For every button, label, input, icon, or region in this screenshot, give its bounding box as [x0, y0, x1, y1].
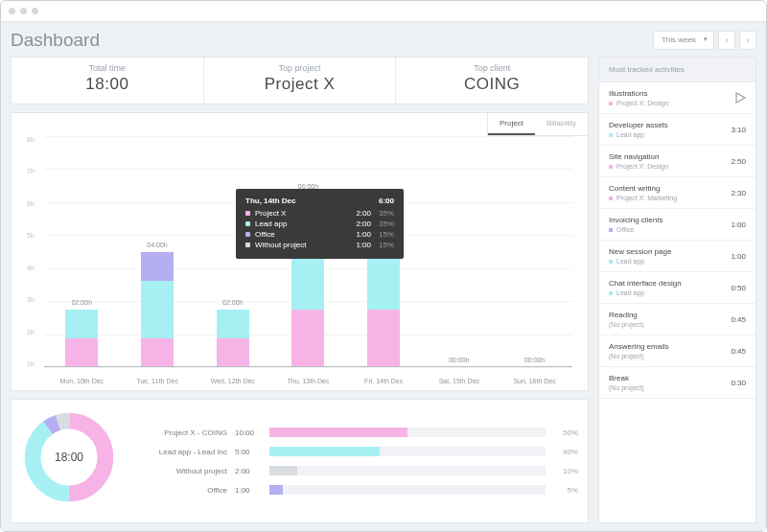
tooltip-row: Office1:0015% [245, 230, 394, 239]
breakdown-row: Without project2:0010% [136, 466, 578, 475]
activity-subtitle: Project X: Design [609, 163, 668, 170]
activity-title: Illustrations [609, 89, 668, 98]
window-dot [9, 8, 15, 14]
bar-segment [65, 338, 98, 367]
activity-row[interactable]: IllustrationsProject X: Design [599, 82, 755, 114]
bar-segment [217, 338, 249, 367]
activity-title: Site navigation [609, 152, 668, 161]
prev-button[interactable]: ‹ [718, 31, 735, 50]
bar-chart-panel: Project Billability 8h7h6h5h4h3h2h1h 02:… [11, 112, 589, 391]
play-icon[interactable] [734, 92, 746, 104]
bar-column[interactable]: 02:00h [65, 136, 98, 367]
summary-value: Project X [204, 75, 396, 94]
bar-segment [141, 338, 174, 367]
activities-sidebar: Most tracked activities IllustrationsPro… [598, 57, 756, 523]
x-axis-label: Mon, 10th Dec [53, 378, 110, 384]
activity-row[interactable]: Chat interface designLead app0:50 [599, 272, 755, 304]
bar-value-label: 04:00h [128, 242, 186, 248]
bar-value-label: 02:00h [204, 299, 262, 306]
activity-time: 0:45 [731, 347, 746, 356]
bar-segment [65, 310, 98, 338]
bar-segment [291, 252, 324, 310]
activity-title: Content writing [609, 184, 677, 193]
activity-time: 0:45 [731, 315, 746, 324]
activity-row[interactable]: Site navigationProject X: Design2:50 [599, 146, 755, 177]
next-button[interactable]: › [739, 31, 756, 50]
donut-chart: 18:00 [21, 409, 117, 505]
period-select[interactable]: This week [653, 31, 714, 50]
x-axis-label: Fri, 14th Dec [355, 378, 412, 384]
activity-title: Developer assets [609, 121, 668, 129]
x-axis-label: Tue, 11th Dec [128, 378, 186, 384]
activity-time: 2:50 [731, 157, 746, 166]
bar-segment [367, 310, 400, 367]
donut-center-value: 18:00 [55, 451, 83, 464]
activity-subtitle: (No project) [609, 353, 669, 359]
activity-title: Answering emails [609, 342, 669, 351]
activity-subtitle: (No project) [609, 321, 644, 328]
activity-subtitle: Lead app [609, 289, 682, 296]
activity-subtitle: Project X: Design [609, 100, 668, 106]
breakdown-row: Lead app - Lead Inc5:0040% [136, 447, 578, 456]
tooltip-total: 6:00 [379, 197, 394, 205]
window-dot [32, 8, 38, 14]
x-axis-label: Thu, 13th Dec [279, 378, 337, 384]
tab-project[interactable]: Project [488, 113, 535, 135]
bar-segment [291, 310, 324, 367]
activity-time: 3:10 [731, 126, 746, 134]
summary-bar: Total time 18:00 Top project Project X T… [11, 57, 589, 104]
breakdown-panel: 18:00 Project X - COING10:0050%Lead app … [11, 399, 589, 523]
activity-subtitle: Office [609, 226, 662, 233]
summary-label: Total time [12, 63, 203, 73]
breakdown-row: Office1:005% [136, 485, 578, 495]
bar-value-label: 00:00h [430, 357, 488, 363]
sidebar-header: Most tracked activities [599, 58, 755, 82]
summary-top-client: Top client COING [396, 58, 588, 104]
activity-row[interactable]: Answering emails(No project)0:45 [599, 335, 755, 367]
activity-title: Invoicing clients [609, 216, 662, 224]
bar-column[interactable]: 00:00h [519, 136, 551, 367]
summary-value: 18:00 [12, 75, 203, 94]
bar-segment [367, 252, 400, 310]
bar-column[interactable]: 00:00h [443, 136, 476, 367]
x-axis-label: Sat, 15th Dec [430, 378, 488, 384]
activity-row[interactable]: Invoicing clientsOffice1:00 [599, 209, 755, 241]
tab-billability[interactable]: Billability [535, 113, 588, 135]
summary-total-time: Total time 18:00 [12, 58, 204, 104]
summary-top-project: Top project Project X [204, 58, 397, 104]
activity-subtitle: Project X: Marketing [609, 195, 677, 201]
chart-tooltip: Thu, 14th Dec 6:00 Project X2:0035%Lead … [236, 189, 404, 259]
activity-row[interactable]: Reading(No project)0:45 [599, 304, 755, 335]
activity-time: 1:00 [731, 252, 746, 261]
activity-time: 0:50 [731, 284, 746, 292]
x-axis-label: Sun, 16th Dec [506, 378, 564, 384]
window-dot [20, 8, 27, 14]
activity-subtitle: Lead app [609, 131, 668, 138]
activity-row[interactable]: Content writingProject X: Marketing2:30 [599, 177, 755, 209]
activity-row[interactable]: New session pageLead app1:00 [599, 241, 755, 272]
bar-segment [141, 281, 174, 338]
activity-row[interactable]: Developer assetsLead app3:10 [599, 114, 755, 146]
bar-column[interactable]: 04:00h [141, 136, 174, 367]
bar-value-label: 00:00h [506, 357, 564, 363]
activity-title: Chat interface design [609, 279, 682, 288]
svg-marker-4 [736, 93, 745, 103]
summary-value: COING [396, 75, 588, 94]
window-titlebar [1, 1, 766, 22]
activity-subtitle: (No project) [609, 384, 644, 391]
bar-segment [217, 310, 249, 338]
bar-value-label: 02:00h [53, 299, 110, 306]
activity-time: 1:00 [731, 220, 746, 229]
page-title: Dashboard [11, 30, 100, 51]
activity-time: 0:30 [731, 379, 746, 387]
bar-segment [141, 252, 174, 281]
tooltip-row: Lead app2:0035% [245, 220, 394, 228]
tooltip-date: Thu, 14th Dec [245, 197, 295, 205]
activity-row[interactable]: Break(No project)0:30 [599, 367, 755, 399]
tooltip-row: Without project1:0015% [245, 241, 394, 249]
summary-label: Top client [396, 63, 588, 73]
activity-title: New session page [609, 247, 671, 256]
breakdown-row: Project X - COING10:0050% [136, 428, 578, 437]
activity-title: Reading [609, 311, 644, 319]
tooltip-row: Project X2:0035% [245, 209, 394, 218]
